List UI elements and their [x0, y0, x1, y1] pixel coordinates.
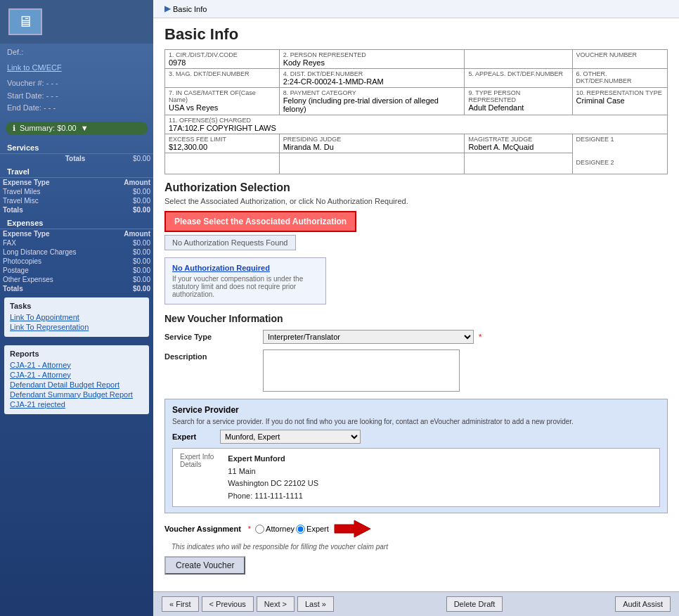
- description-control: [263, 349, 668, 393]
- travel-misc-row: Travel Misc$0.00: [0, 196, 153, 205]
- reports-title: Reports: [10, 349, 143, 358]
- travel-table: Expense TypeAmount Travel Miles$0.00 Tra…: [0, 178, 153, 214]
- expert-label: Expert: [172, 432, 214, 441]
- expert-name: Expert Munford: [228, 454, 285, 463]
- cell-empty4: [465, 153, 572, 174]
- report-cja21-attorney-1[interactable]: CJA-21 - Attorney: [10, 361, 143, 369]
- nav-right: Audit Assist: [615, 596, 671, 612]
- tasks-title: Tasks: [10, 302, 143, 310]
- create-voucher-button[interactable]: Create Voucher: [164, 556, 245, 575]
- assignment-options: Attorney Expert: [255, 525, 329, 534]
- cell-rep-type: 10. REPRESENTATION TYPE Criminal Case: [572, 88, 667, 115]
- report-cja21-rejected[interactable]: CJA-21 rejected: [10, 400, 143, 409]
- expert-info-right: Expert Munford 11 Main Washington DC 221…: [228, 453, 318, 502]
- service-type-required: *: [479, 333, 481, 341]
- expenses-section-title: Expenses: [0, 214, 153, 229]
- audit-assist-button[interactable]: Audit Assist: [615, 596, 671, 612]
- link-to-representation[interactable]: Link To Representation: [10, 323, 143, 331]
- description-row: Description: [164, 349, 668, 393]
- report-defendant-summary[interactable]: Defendant Summary Budget Report: [10, 390, 143, 399]
- attorney-label: Attorney: [266, 525, 295, 533]
- attorney-radio[interactable]: [255, 525, 264, 534]
- service-type-row: Service Type Interpreter/Translator Expe…: [164, 330, 668, 344]
- cell-presiding-judge: PRESIDING JUDGE Miranda M. Du: [279, 134, 465, 153]
- service-type-label: Service Type: [164, 330, 263, 341]
- new-voucher-title: New Voucher Information: [164, 313, 668, 324]
- auth-required-button[interactable]: Please Select the Associated Authorizati…: [164, 211, 356, 232]
- expert-info-title-text: Expert Info: [180, 453, 214, 461]
- report-cja21-attorney-2[interactable]: CJA-21 - Attorney: [10, 371, 143, 379]
- travel-section-title: Travel: [0, 163, 153, 178]
- previous-button[interactable]: < Previous: [202, 596, 254, 612]
- link-cm-ecf[interactable]: Link to CM/ECF: [0, 60, 153, 75]
- expense-long-distance-row: Long Distance Charges$0.00: [0, 248, 153, 257]
- delete-draft-button[interactable]: Delete Draft: [446, 596, 503, 612]
- travel-miles-row: Travel Miles$0.00: [0, 187, 153, 196]
- svg-marker-0: [335, 520, 370, 537]
- content-area: Basic Info 1. CIR./DIST./DIV.CODE 0978 2…: [153, 18, 679, 591]
- expert-address: 11 Main: [228, 467, 255, 475]
- services-section-title: Services: [0, 139, 153, 154]
- summary-badge[interactable]: ℹ Summary: $0.00 ▼: [6, 122, 148, 135]
- cell-excess-fee: EXCESS FEE LIMIT $12,300.00: [165, 134, 280, 153]
- nav-left: « First < Previous Next > Last »: [162, 596, 334, 612]
- cell-other-dkt: 6. OTHER. DKT/DEF.NUMBER: [572, 69, 667, 88]
- last-button[interactable]: Last »: [297, 596, 334, 612]
- cell-designee: DESIGNEE 1 DESIGNEE 2: [572, 134, 667, 174]
- sidebar: 🖥 Def.: Link to CM/ECF Voucher #: - - - …: [0, 0, 153, 616]
- cell-appeals-dkt: 5. APPEALS. DKT/DEF.NUMBER: [465, 69, 572, 88]
- description-label: Description: [164, 349, 263, 361]
- assignment-hint: This indicates who will be responsible f…: [172, 543, 668, 551]
- expense-fax-row: FAX$0.00: [0, 238, 153, 248]
- expert-select[interactable]: Munford, Expert: [220, 430, 361, 444]
- description-textarea[interactable]: [263, 349, 460, 392]
- voucher-assignment-row: Voucher Assignment * Attorney Expert: [164, 519, 668, 539]
- auth-section-title: Authorization Selection: [164, 181, 668, 194]
- breadcrumb-label: Basic Info: [173, 5, 207, 13]
- sidebar-logo: 🖥: [0, 0, 153, 44]
- expert-info-box: Expert Info Details Expert Munford 11 Ma…: [172, 448, 660, 507]
- cell-empty3: [279, 153, 465, 174]
- next-button[interactable]: Next >: [257, 596, 295, 612]
- page-title: Basic Info: [164, 25, 668, 44]
- expert-phone: Phone: 111-111-1111: [228, 492, 302, 500]
- cell-empty2: [165, 153, 280, 174]
- service-provider-title: Service Provider: [172, 405, 660, 415]
- expense-postage-row: Postage$0.00: [0, 266, 153, 275]
- auth-subtitle: Select the Associated Authorization, or …: [164, 197, 668, 205]
- expert-info-subtitle-text: Details: [180, 461, 214, 468]
- expert-city: Washington DC 22102 US: [228, 479, 318, 487]
- cell-person-represented: 2. PERSON REPRESENTED Kody Reyes: [279, 50, 465, 69]
- breadcrumb-arrow: ▶: [164, 4, 170, 13]
- expert-row: Expert Munford, Expert: [172, 430, 660, 444]
- case-info-table: 1. CIR./DIST./DIV.CODE 0978 2. PERSON RE…: [164, 49, 668, 174]
- auth-no-requests: No Authorization Requests Found: [164, 235, 296, 250]
- main-content: ▶ Basic Info Basic Info 1. CIR./DIST./DI…: [153, 0, 679, 616]
- summary-icon: ℹ: [13, 124, 15, 133]
- cell-magistrate-judge: MAGISTRATE JUDGE Robert A. McQuaid: [465, 134, 572, 153]
- link-to-appointment[interactable]: Link To Appointment: [10, 313, 143, 321]
- cell-dist-dkt: 4. DIST. DKT/DEF.NUMBER 2:24-CR-00024-1-…: [279, 69, 465, 88]
- report-defendant-detail[interactable]: Defendant Detail Budget Report: [10, 380, 143, 389]
- cell-payment-category: 8. PAYMENT CATEGORY Felony (including pr…: [279, 88, 465, 115]
- service-type-select[interactable]: Interpreter/Translator Expert Other: [263, 330, 474, 344]
- cell-type-person: 9. TYPE PERSON REPRESENTED Adult Defenda…: [465, 88, 572, 115]
- service-provider-box: Service Provider Search for a service pr…: [164, 399, 668, 513]
- expense-photocopies-row: Photocopies$0.00: [0, 257, 153, 266]
- no-auth-required-text: If your voucher compensation is under th…: [172, 275, 318, 298]
- red-arrow-indicator: [333, 519, 372, 539]
- service-type-control: Interpreter/Translator Expert Other *: [263, 330, 668, 344]
- cell-mag-dkt: 3. MAG. DKT/DEF.NUMBER: [165, 69, 280, 88]
- tasks-section: Tasks Link To Appointment Link To Repres…: [4, 297, 149, 337]
- expense-other-row: Other Expenses$0.00: [0, 275, 153, 284]
- start-date-label: Start Date:: [7, 91, 46, 100]
- cell-voucher-number: VOUCHER NUMBER: [572, 50, 667, 69]
- sidebar-def-label: Def.:: [0, 44, 153, 60]
- voucher-assignment-label: Voucher Assignment: [164, 525, 241, 533]
- no-auth-required-link[interactable]: No Authorization Required: [172, 264, 270, 272]
- cell-offenses: 11. OFFENSE(S) CHARGED 17A:102.F COPYRIG…: [165, 115, 668, 134]
- reports-section: Reports CJA-21 - Attorney CJA-21 - Attor…: [4, 345, 149, 414]
- expert-radio[interactable]: [296, 525, 305, 534]
- first-button[interactable]: « First: [162, 596, 199, 612]
- end-date-label: End Date:: [7, 103, 44, 112]
